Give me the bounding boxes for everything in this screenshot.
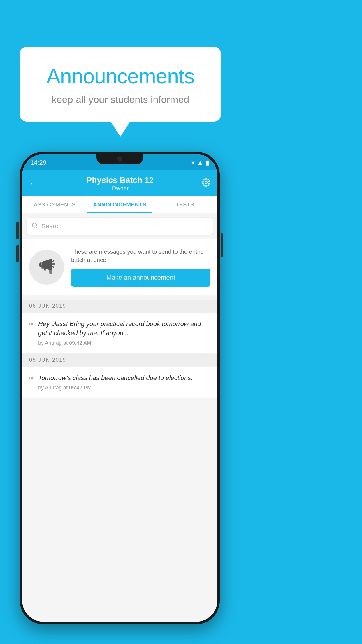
notch: [96, 154, 143, 164]
svg-line-2: [36, 227, 37, 228]
announcement-meta-1: by Anurag at 09:42 AM: [38, 340, 212, 346]
speech-bubble: Announcements keep all your students inf…: [20, 47, 221, 122]
promo-card: These are messages you want to send to t…: [22, 239, 217, 295]
promo-description: These are messages you want to send to t…: [71, 248, 210, 264]
back-button[interactable]: ←: [29, 178, 38, 189]
tab-announcements[interactable]: ANNOUNCEMENTS: [87, 196, 152, 213]
bubble-subtitle: keep all your students informed: [34, 94, 207, 105]
announcement-item-1[interactable]: " Hey class! Bring your practical record…: [22, 313, 217, 354]
announcement-content-2: Tomorrow's class has been cancelled due …: [38, 374, 193, 391]
quote-icon-2: ": [28, 375, 34, 386]
settings-button[interactable]: [202, 178, 210, 189]
date-separator-2: 05 JUN 2019: [22, 354, 217, 367]
promo-icon-circle: [29, 250, 64, 285]
status-icons: ▾ ▲ ▮: [191, 159, 209, 167]
announcement-item-2[interactable]: " Tomorrow's class has been cancelled du…: [22, 367, 217, 398]
tabs-bar: ASSIGNMENTS ANNOUNCEMENTS TESTS: [22, 196, 217, 213]
header-title: Physics Batch 12: [87, 176, 154, 185]
front-camera: [117, 156, 122, 162]
search-bar[interactable]: Search: [27, 218, 213, 235]
promo-content: These are messages you want to send to t…: [71, 248, 210, 287]
announcement-text-2: Tomorrow's class has been cancelled due …: [38, 374, 193, 383]
announcement-content-1: Hey class! Bring your practical record b…: [38, 320, 212, 346]
make-announcement-button[interactable]: Make an announcement: [71, 269, 210, 287]
phone-screen: 14:29 ▾ ▲ ▮ ← Physics Batch 12 Owner: [22, 154, 217, 622]
status-time: 14:29: [30, 159, 46, 167]
svg-point-1: [32, 223, 37, 228]
svg-line-3: [52, 260, 54, 262]
header-subtitle: Owner: [87, 185, 154, 192]
bubble-title: Announcements: [34, 64, 207, 88]
speech-bubble-container: Announcements keep all your students inf…: [20, 47, 221, 122]
wifi-icon: ▾: [191, 159, 195, 167]
phone-frame: 14:29 ▾ ▲ ▮ ← Physics Batch 12 Owner: [20, 152, 220, 624]
announcement-text-1: Hey class! Bring your practical record b…: [38, 320, 212, 338]
svg-line-5: [52, 266, 54, 268]
volume-up-button: [16, 222, 19, 239]
date-separator-1: 06 JUN 2019: [22, 300, 217, 313]
quote-icon-1: ": [28, 321, 34, 332]
search-placeholder: Search: [41, 223, 62, 230]
search-icon: [31, 222, 38, 231]
svg-point-0: [205, 181, 207, 184]
megaphone-icon: [38, 257, 55, 278]
power-button: [221, 233, 223, 257]
tab-tests[interactable]: TESTS: [152, 196, 217, 213]
signal-icon: ▲: [197, 159, 203, 167]
volume-down-button: [16, 245, 19, 262]
battery-icon: ▮: [206, 159, 209, 167]
header-center: Physics Batch 12 Owner: [87, 176, 154, 192]
announcement-meta-2: by Anurag at 05:42 PM: [38, 385, 193, 391]
tab-assignments[interactable]: ASSIGNMENTS: [22, 196, 87, 213]
app-header: ← Physics Batch 12 Owner: [22, 170, 217, 196]
